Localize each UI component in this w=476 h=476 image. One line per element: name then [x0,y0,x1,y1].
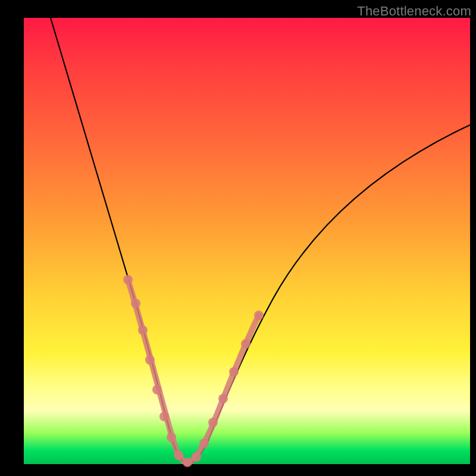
bottleneck-curve-line [51,18,470,464]
marker-dot [208,418,218,427]
curve-svg [24,18,470,464]
marker-dot [145,355,155,365]
marker-dot [167,433,176,442]
marker-dot [241,339,250,349]
marker-dot [131,299,140,308]
plot-area [24,18,470,464]
marker-dot [138,325,148,335]
watermark-text: TheBottleneck.com [357,4,471,19]
marker-dot [199,439,209,448]
marker-dot [159,412,169,421]
marker-dot [192,452,201,462]
marker-dot [229,367,239,377]
marker-dot [218,394,228,403]
marker-dot [174,450,183,460]
highlight-right-branch [187,315,259,463]
marker-group [123,275,264,467]
marker-dot [254,311,264,320]
chart-frame: TheBottleneck.com [0,0,476,476]
marker-dot [152,385,162,394]
marker-dot [183,458,192,467]
marker-dot [123,275,133,284]
